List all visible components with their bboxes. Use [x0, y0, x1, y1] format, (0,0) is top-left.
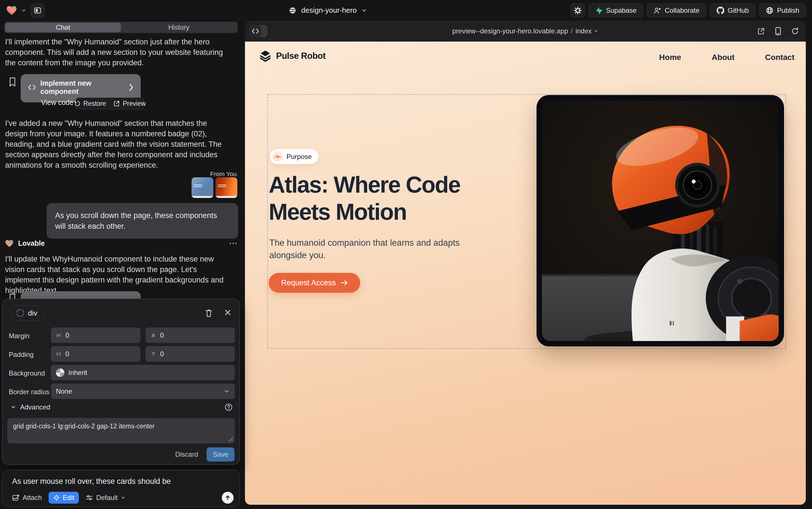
- border-radius-select[interactable]: None: [51, 383, 235, 399]
- advanced-section-toggle[interactable]: Advanced: [10, 402, 232, 412]
- margin-horizontal-icon: [56, 332, 61, 338]
- refresh-button[interactable]: [791, 27, 799, 35]
- globe-icon: [288, 6, 297, 15]
- site-logo[interactable]: Pulse Robot: [259, 50, 326, 62]
- assistant-name: Lovable: [18, 239, 45, 247]
- padding-x-input[interactable]: [51, 346, 140, 362]
- github-label: GitHub: [728, 6, 749, 14]
- settings-button[interactable]: [571, 3, 585, 18]
- save-button[interactable]: Save: [207, 447, 234, 462]
- refresh-icon: [791, 27, 799, 35]
- nav-about[interactable]: About: [712, 53, 735, 62]
- tab-chat[interactable]: Chat: [5, 23, 121, 32]
- chevron-down-icon: [10, 404, 16, 410]
- hero-subheading: The humanoid companion that learns and a…: [269, 237, 460, 262]
- tab-history[interactable]: History: [121, 23, 237, 32]
- advanced-label: Advanced: [20, 403, 50, 411]
- assistant-message: I'll update the WhyHumanoid component to…: [5, 254, 231, 296]
- close-inspector-button[interactable]: [224, 309, 231, 317]
- restore-button[interactable]: Restore: [74, 100, 106, 107]
- help-icon: [225, 403, 232, 411]
- github-icon: [716, 6, 725, 14]
- margin-y-input[interactable]: [146, 328, 235, 343]
- publish-globe-icon: [766, 6, 774, 14]
- publish-button[interactable]: Publish: [759, 3, 806, 18]
- background-value: Inherit: [68, 369, 87, 377]
- pulse-icon: [272, 151, 283, 162]
- edit-mode-button[interactable]: Edit: [48, 492, 79, 504]
- margin-x-input[interactable]: [51, 328, 140, 343]
- hero-heading-line2: Meets Motion: [269, 198, 460, 225]
- preview-toolbar: preview--design-your-hero.lovable.app / …: [245, 21, 806, 41]
- page-name: index: [576, 27, 592, 35]
- nav-home[interactable]: Home: [659, 53, 681, 62]
- chat-input[interactable]: As user mouse roll over, these cards sho…: [12, 477, 230, 486]
- hero-robot-image: [542, 100, 779, 341]
- page-select[interactable]: index: [576, 27, 598, 35]
- background-input[interactable]: Inherit: [51, 365, 235, 380]
- supabase-button[interactable]: Supabase: [589, 3, 643, 18]
- hero-heading: Atlas: Where Code Meets Motion: [269, 171, 460, 225]
- padding-y-input[interactable]: [146, 346, 235, 362]
- padding-vertical-icon: [151, 351, 156, 357]
- project-name: design-your-hero: [301, 6, 357, 15]
- padding-horizontal-icon: [56, 351, 61, 357]
- external-link-icon: [757, 27, 765, 35]
- component-card-title: Implement new component: [40, 79, 124, 96]
- tab-history-label: History: [169, 24, 190, 31]
- request-access-button[interactable]: Request Access: [269, 273, 360, 293]
- discard-button[interactable]: Discard: [175, 450, 198, 459]
- open-in-new-tab-button[interactable]: [757, 27, 765, 35]
- sidebar-toggle-button[interactable]: [31, 3, 45, 18]
- selected-element-chip[interactable]: div: [10, 305, 44, 321]
- attach-label: Attach: [23, 494, 42, 502]
- mobile-view-button[interactable]: [775, 27, 781, 35]
- mode-select[interactable]: Default: [86, 494, 126, 502]
- edit-target-icon: [53, 494, 60, 501]
- tailwind-classes-textarea[interactable]: grid grid-cols-1 lg:grid-cols-2 gap-12 i…: [7, 418, 235, 443]
- request-access-label: Request Access: [281, 278, 336, 287]
- margin-vertical-icon: [151, 332, 156, 338]
- assistant-header: Lovable: [5, 239, 237, 247]
- attachment-thumbnail-orange[interactable]: [216, 177, 237, 198]
- hero-robot-card: [537, 95, 784, 346]
- attachment-thumbnail-blue[interactable]: [191, 177, 213, 198]
- delete-element-button[interactable]: [205, 309, 213, 317]
- site-viewport: Pulse Robot Home About Contact Purpose A…: [245, 41, 806, 505]
- smartphone-icon: [775, 27, 781, 35]
- advanced-help-button[interactable]: [225, 403, 232, 411]
- lovable-heart-logo[interactable]: [6, 5, 17, 15]
- github-button[interactable]: GitHub: [710, 3, 755, 18]
- bookmark-icon[interactable]: [8, 77, 16, 88]
- send-button[interactable]: [222, 492, 234, 504]
- chevron-down-icon[interactable]: [21, 8, 27, 13]
- message-menu-button[interactable]: [230, 243, 237, 244]
- transparent-color-swatch: [56, 369, 65, 377]
- supabase-label: Supabase: [606, 6, 636, 14]
- collaborate-button[interactable]: Collaborate: [647, 3, 706, 18]
- preview-panel: preview--design-your-hero.lovable.app / …: [245, 21, 806, 505]
- message-hover-actions: Restore Preview: [76, 98, 144, 109]
- layers-icon: [259, 50, 271, 62]
- top-bar: design-your-hero Supabase: [0, 0, 812, 21]
- code-icon: [28, 84, 36, 91]
- restore-icon: [74, 100, 81, 107]
- purpose-badge: Purpose: [270, 149, 319, 164]
- preview-url[interactable]: preview--design-your-hero.lovable.app: [452, 27, 568, 35]
- url-separator: /: [571, 27, 573, 35]
- lovable-heart-icon: [5, 239, 13, 247]
- nav-contact[interactable]: Contact: [765, 53, 795, 62]
- chevron-down-icon: [594, 29, 598, 33]
- element-tag-label: div: [28, 309, 37, 317]
- attach-button[interactable]: Attach: [12, 494, 42, 502]
- preview-button[interactable]: Preview: [113, 100, 146, 107]
- assistant-message: I've added a new "Why Humanoid" section …: [5, 118, 231, 171]
- collaborate-users-icon: [654, 7, 661, 14]
- border-radius-value: None: [56, 387, 72, 395]
- trash-icon: [205, 309, 213, 317]
- chevron-down-icon: [223, 388, 230, 395]
- margin-label: Margin: [9, 332, 29, 340]
- project-switcher[interactable]: design-your-hero: [288, 0, 367, 21]
- attach-image-icon: [12, 494, 20, 501]
- mode-label: Default: [96, 494, 117, 502]
